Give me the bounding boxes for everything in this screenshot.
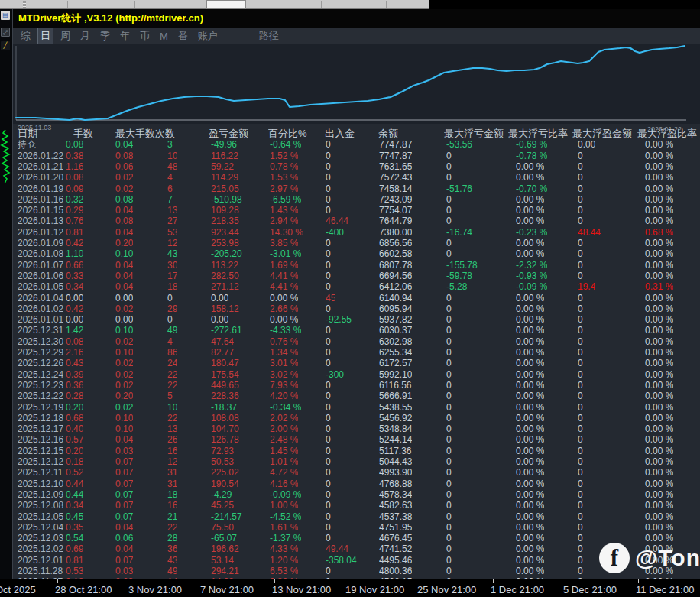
crosshair-icon[interactable]: ⤢	[1, 28, 10, 37]
trendline-icon[interactable]: ╱	[1, 41, 10, 50]
column-header: 百分比%	[268, 128, 307, 139]
value-cell: 0.07	[115, 511, 133, 522]
tab-M[interactable]: M	[157, 30, 170, 43]
tab-季[interactable]: 季	[98, 28, 112, 44]
table-row[interactable]: 2025.12.110.520.0731225.024.72 %04993.90…	[13, 467, 700, 478]
table-row[interactable]: 2026.01.060.330.0417282.504.41 %06694.56…	[13, 271, 700, 281]
table-row[interactable]: 2025.12.030.540.0628-65.07-1.37 %04676.4…	[13, 533, 700, 543]
value-cell: 0.00 %	[645, 194, 673, 205]
value-cell: 4537.38	[379, 511, 412, 522]
table-row[interactable]: 2025.12.180.680.1022108.082.02 %05456.92…	[13, 413, 700, 423]
table-row[interactable]: 2025.11.280.530.0349294.216.53 %04800.36…	[13, 566, 700, 576]
table-row[interactable]: 2026.01.070.660.0430113.221.69 %06807.78…	[13, 260, 700, 271]
column-header: 最大浮亏比率	[508, 128, 568, 139]
value-cell: 0.00 %	[516, 423, 544, 434]
table-row[interactable]: 2025.12.190.200.0210-18.37-0.34 %05438.5…	[13, 402, 700, 413]
table-row[interactable]: 持仓0.080.043-49.96-0.64 %07747.87-53.56-0…	[13, 139, 700, 150]
value-cell: 0	[446, 380, 452, 391]
table-row[interactable]: 2025.12.160.570.0426126.782.48 %05244.14…	[13, 434, 700, 445]
value-cell: 923.44	[211, 227, 239, 238]
value-cell: 0	[446, 194, 452, 205]
value-cell: 0.00 %	[645, 358, 673, 368]
table-row[interactable]: 2026.01.020.420.0229158.122.66 %06095.94…	[13, 303, 700, 314]
table-row[interactable]: 2025.12.311.420.1049-272.61-4.33 %06030.…	[13, 325, 700, 336]
table-row[interactable]: 2025.12.170.400.1013104.702.00 %05348.84…	[13, 423, 700, 434]
date-cell: 2026.01.20	[18, 172, 63, 183]
chart-window-icon[interactable]: ▤	[1, 11, 10, 20]
toolbar-grip-handle[interactable]	[23, 1, 26, 8]
value-cell: -300	[326, 369, 344, 380]
table-row[interactable]: 2026.01.120.810.0453923.4414.30 %-400738…	[13, 227, 700, 238]
table-row[interactable]: 2026.01.150.290.0413109.281.43 %07754.07…	[13, 205, 700, 216]
value-cell: 5117.36	[379, 446, 412, 456]
value-cell: 294.21	[211, 566, 239, 576]
table-row[interactable]: 2026.01.010.000.0000.000.00 %-92.555937.…	[13, 314, 700, 325]
value-cell: 0.00 %	[516, 205, 544, 216]
date-cell: 2025.12.22	[18, 391, 63, 401]
table-row[interactable]: 2026.01.190.090.026215.052.97 %07458.14-…	[13, 183, 700, 194]
value-cell: 271.12	[211, 281, 239, 292]
time-axis-tick	[493, 579, 494, 583]
value-cell: 27	[167, 216, 177, 226]
value-cell: 0.04	[115, 522, 133, 533]
table-row[interactable]: 2026.01.050.340.0418271.124.41 %06412.06…	[13, 281, 700, 292]
value-cell: 4741.52	[379, 543, 412, 554]
table-row[interactable]: 2025.12.260.430.0224180.473.01 %06172.57…	[13, 358, 700, 368]
value-cell: 0	[326, 260, 331, 271]
table-row[interactable]: 2025.12.010.810.074353.141.20 %-358.0444…	[13, 555, 700, 566]
value-cell: 225.02	[211, 467, 239, 478]
table-row[interactable]: 2026.01.090.420.2012253.983.85 %06856.56…	[13, 238, 700, 248]
value-cell: 0	[326, 446, 331, 456]
table-row[interactable]: 2025.12.020.690.0436196.624.33 %49.44474…	[13, 543, 700, 554]
toolbar-active-button[interactable]	[206, 0, 246, 9]
table-row[interactable]: 2025.12.240.390.0222175.543.02 %-3005992…	[13, 369, 700, 380]
value-cell: 0.10	[115, 325, 133, 336]
tab-日[interactable]: 日	[38, 28, 53, 44]
value-cell: 6.53 %	[270, 566, 298, 576]
table-row[interactable]: 2026.01.081.100.1043-205.20-3.01 %06602.…	[13, 248, 700, 259]
value-cell: 0	[578, 413, 583, 423]
table-row[interactable]: 2026.01.220.380.0810116.221.52 %07747.87…	[13, 151, 700, 161]
table-row[interactable]: 2025.12.080.340.071645.251.00 %04582.630…	[13, 500, 700, 511]
value-cell: -214.57	[211, 511, 242, 522]
table-row[interactable]: 2025.12.230.360.0222449.657.93 %06116.56…	[13, 380, 700, 391]
table-row[interactable]: 2025.12.040.350.042275.501.61 %04751.950…	[13, 522, 700, 533]
table-row[interactable]: 2025.12.220.280.205228.364.20 %05666.910…	[13, 391, 700, 401]
tab-周[interactable]: 周	[58, 28, 73, 44]
value-cell: 86	[167, 347, 177, 358]
tab-年[interactable]: 年	[118, 28, 132, 44]
value-cell: 0	[578, 456, 583, 467]
value-cell: 6694.56	[379, 271, 412, 281]
table-row[interactable]: 2026.01.130.760.0827218.352.94 %46.44764…	[13, 216, 700, 226]
table-row[interactable]: 2025.12.292.160.108682.771.34 %06255.340…	[13, 347, 700, 358]
table-row[interactable]: 2026.01.040.000.0000.000.00 %456140.9400…	[13, 293, 700, 303]
table-row[interactable]: 2025.12.050.450.0721-214.57-4.52 %04537.…	[13, 511, 700, 522]
value-cell: 0	[446, 369, 452, 380]
table-row[interactable]: 2025.12.090.440.0718-4.29-0.09 %04578.34…	[13, 489, 700, 500]
value-cell: 0.42	[66, 238, 83, 248]
table-row[interactable]: 2025.12.120.180.071250.531.01 %05044.430…	[13, 456, 700, 467]
value-cell: 0	[326, 238, 331, 248]
tab-番[interactable]: 番	[176, 28, 190, 44]
tab-综[interactable]: 综	[18, 28, 33, 44]
tab-账户[interactable]: 账户	[196, 28, 220, 44]
value-cell: 0.35	[66, 522, 83, 533]
value-cell: 4676.45	[379, 533, 412, 543]
table-row[interactable]: 2025.12.100.440.0731190.544.16 %04768.88…	[13, 479, 700, 489]
value-cell: 0.68	[66, 413, 83, 423]
value-cell: 0.00 %	[516, 434, 544, 445]
table-row[interactable]: 2025.12.300.080.02447.640.76 %06302.9800…	[13, 336, 700, 347]
value-cell: 228.36	[211, 391, 239, 401]
value-cell: 0	[446, 172, 452, 183]
tab-币[interactable]: 币	[138, 28, 152, 44]
value-cell: 0.78 %	[270, 161, 298, 172]
tab-月[interactable]: 月	[78, 28, 92, 44]
value-cell: 0.04	[115, 205, 133, 216]
table-row[interactable]: 2026.01.211.160.064859.220.78 %07631.650…	[13, 161, 700, 172]
tab-路径[interactable]: 路径	[257, 28, 281, 44]
table-row[interactable]: 2026.01.160.320.087-510.98-6.59 %07243.0…	[13, 194, 700, 205]
table-row[interactable]: 2026.01.200.080.024114.291.53 %07572.430…	[13, 172, 700, 183]
value-cell: 0.00 %	[516, 479, 544, 489]
table-row[interactable]: 2025.12.150.200.031672.931.45 %05117.360…	[13, 446, 700, 456]
value-cell: -53.56	[446, 139, 472, 150]
